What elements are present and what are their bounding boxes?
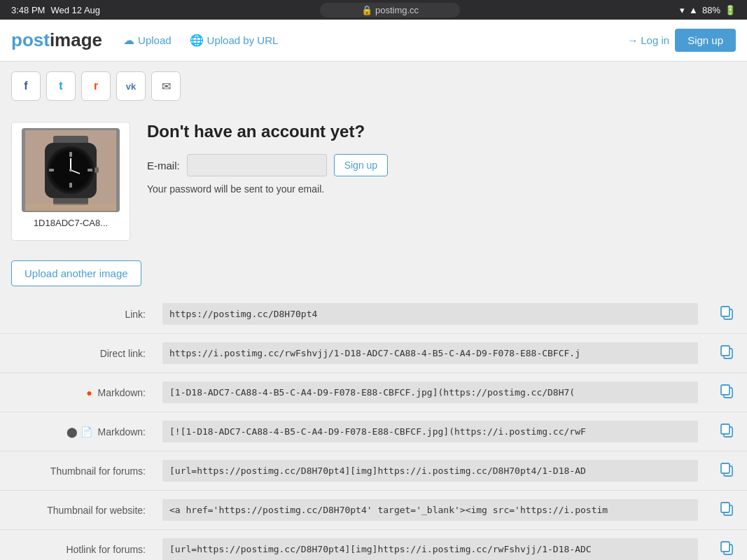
status-bar-left: 3:48 PM Wed 12 Aug bbox=[11, 5, 100, 15]
copy-cell bbox=[706, 373, 747, 412]
logo: postimage bbox=[11, 29, 102, 51]
signup-label: Sign up bbox=[687, 34, 723, 46]
svg-rect-8 bbox=[69, 183, 72, 188]
copy-cell bbox=[706, 451, 747, 491]
link-value-cell: [url=https://postimg.cc/D8H70pt4][img]ht… bbox=[154, 530, 706, 561]
svg-rect-27 bbox=[721, 503, 729, 512]
link-value-cell: [![1-D18-ADC7-CA88-4-B5-C-A4-D9-F078-E88… bbox=[154, 412, 706, 451]
svg-point-14 bbox=[69, 169, 72, 172]
table-row: ⬤📄 Markdown:[![1-D18-ADC7-CA88-4-B5-C-A4… bbox=[0, 412, 747, 451]
status-bar: 3:48 PM Wed 12 Aug 🔒 postimg.cc ▾ ▲ 88% … bbox=[0, 0, 747, 20]
account-heading: Don't have an account yet? bbox=[147, 122, 736, 141]
table-row: ● Markdown:[1-D18-ADC7-CA88-4-B5-C-A4-D9… bbox=[0, 373, 747, 412]
svg-rect-17 bbox=[721, 307, 729, 316]
upload-by-url-button[interactable]: 🌐 Upload by URL bbox=[183, 29, 286, 51]
copy-button[interactable] bbox=[715, 458, 739, 483]
watch-image bbox=[25, 130, 116, 211]
table-row: Thumbnail for website:<a href='https://p… bbox=[0, 491, 747, 530]
link-input[interactable]: https://i.postimg.cc/rwFshvjj/1-D18-ADC7… bbox=[162, 342, 698, 364]
link-label: Direct link: bbox=[0, 334, 154, 373]
nav-links: ☁ Upload 🌐 Upload by URL bbox=[116, 29, 627, 51]
email-input[interactable] bbox=[187, 154, 327, 176]
lock-icon: 🔒 bbox=[361, 5, 372, 15]
link-input[interactable]: https://postimg.cc/D8H70pt4 bbox=[162, 303, 698, 325]
svg-rect-7 bbox=[69, 152, 72, 157]
svg-rect-10 bbox=[88, 169, 92, 172]
copy-button[interactable] bbox=[715, 380, 739, 405]
copy-button[interactable] bbox=[715, 341, 739, 365]
table-row: Hotlink for forums:[url=https://postimg.… bbox=[0, 530, 747, 561]
link-label: ⬤📄 Markdown: bbox=[0, 412, 154, 451]
account-section: Don't have an account yet? E-mail: Sign … bbox=[147, 122, 736, 241]
status-bar-right: ▾ ▲ 88% 🔋 bbox=[680, 5, 736, 15]
upload-another-button[interactable]: Upload another image bbox=[11, 260, 141, 286]
copy-button[interactable] bbox=[715, 419, 739, 444]
url-text: postimg.cc bbox=[375, 5, 419, 15]
svg-rect-23 bbox=[721, 424, 729, 434]
header: postimage ☁ Upload 🌐 Upload by URL → Log… bbox=[0, 20, 747, 62]
copy-cell bbox=[706, 295, 747, 334]
link-value-cell: [1-D18-ADC7-CA88-4-B5-C-A4-D9-F078-E88-C… bbox=[154, 373, 706, 412]
battery-text: 88% bbox=[702, 5, 720, 15]
table-row: Link:https://postimg.cc/D8H70pt4 bbox=[0, 295, 747, 334]
link-value-cell: https://i.postimg.cc/rwFshvjj/1-D18-ADC7… bbox=[154, 334, 706, 373]
facebook-button[interactable]: f bbox=[11, 71, 41, 101]
svg-rect-9 bbox=[49, 169, 54, 172]
header-actions: → Log in Sign up bbox=[627, 29, 736, 52]
link-input[interactable]: [url=https://postimg.cc/D8H70pt4][img]ht… bbox=[162, 538, 698, 560]
svg-rect-25 bbox=[721, 463, 729, 473]
image-filename: 1D18ADC7-CA8... bbox=[34, 218, 108, 228]
table-row: Thumbnail for forums:[url=https://postim… bbox=[0, 451, 747, 491]
svg-rect-15 bbox=[25, 204, 116, 211]
login-icon: → bbox=[627, 34, 638, 46]
link-input[interactable]: [![1-D18-ADC7-CA88-4-B5-C-A4-D9-F078-E88… bbox=[162, 421, 698, 442]
upload-button[interactable]: ☁ Upload bbox=[116, 29, 179, 51]
email-label: E-mail: bbox=[147, 160, 180, 172]
upload-url-label: Upload by URL bbox=[207, 34, 279, 46]
reddit-button[interactable]: r bbox=[81, 71, 111, 101]
twitter-button[interactable]: t bbox=[46, 71, 76, 101]
link-label: Thumbnail for website: bbox=[0, 491, 154, 530]
svg-rect-29 bbox=[721, 542, 729, 552]
copy-cell bbox=[706, 334, 747, 373]
login-label: Log in bbox=[641, 34, 669, 46]
copy-button[interactable] bbox=[715, 537, 739, 560]
upload-icon: ☁ bbox=[123, 34, 134, 47]
link-value-cell: https://postimg.cc/D8H70pt4 bbox=[154, 295, 706, 334]
upload-label: Upload bbox=[138, 34, 172, 46]
image-thumbnail bbox=[22, 128, 120, 212]
email-row: E-mail: Sign up bbox=[147, 154, 736, 176]
signup-small-label: Sign up bbox=[344, 160, 377, 171]
signal-icon: ▲ bbox=[689, 5, 698, 15]
links-section: Link:https://postimg.cc/D8H70pt4Direct l… bbox=[0, 295, 747, 560]
copy-cell bbox=[706, 530, 747, 561]
login-button[interactable]: → Log in bbox=[627, 34, 669, 46]
copy-cell bbox=[706, 412, 747, 451]
link-input[interactable]: <a href='https://postimg.cc/D8H70pt4' ta… bbox=[162, 499, 698, 521]
link-label: Thumbnail for forums: bbox=[0, 451, 154, 491]
links-table: Link:https://postimg.cc/D8H70pt4Direct l… bbox=[0, 295, 747, 560]
signup-button[interactable]: Sign up bbox=[675, 29, 736, 52]
table-row: Direct link:https://i.postimg.cc/rwFshvj… bbox=[0, 334, 747, 373]
link-value-cell: <a href='https://postimg.cc/D8H70pt4' ta… bbox=[154, 491, 706, 530]
signup-small-button[interactable]: Sign up bbox=[334, 154, 388, 176]
link-label: Hotlink for forums: bbox=[0, 530, 154, 561]
link-value-cell: [url=https://postimg.cc/D8H70pt4][img]ht… bbox=[154, 451, 706, 491]
vk-button[interactable]: vk bbox=[116, 71, 146, 101]
battery-icon: 🔋 bbox=[725, 5, 736, 15]
email-button[interactable]: ✉ bbox=[151, 71, 181, 101]
link-label: Link: bbox=[0, 295, 154, 334]
status-time: 3:48 PM bbox=[11, 5, 45, 15]
copy-button[interactable] bbox=[715, 302, 739, 326]
upload-another-label: Upload another image bbox=[25, 267, 128, 279]
logo-post: post bbox=[11, 29, 50, 51]
github-icon: ⬤ bbox=[67, 426, 78, 438]
link-input[interactable]: [url=https://postimg.cc/D8H70pt4][img]ht… bbox=[162, 460, 698, 482]
copy-cell bbox=[706, 491, 747, 530]
reddit-icon: ● bbox=[86, 387, 92, 398]
link-input[interactable]: [1-D18-ADC7-CA88-4-B5-C-A4-D9-F078-E88-C… bbox=[162, 382, 698, 403]
copy-button[interactable] bbox=[715, 498, 739, 522]
social-bar: f t r vk ✉ bbox=[0, 62, 747, 111]
logo-image: image bbox=[50, 29, 102, 51]
status-date: Wed 12 Aug bbox=[50, 5, 100, 15]
